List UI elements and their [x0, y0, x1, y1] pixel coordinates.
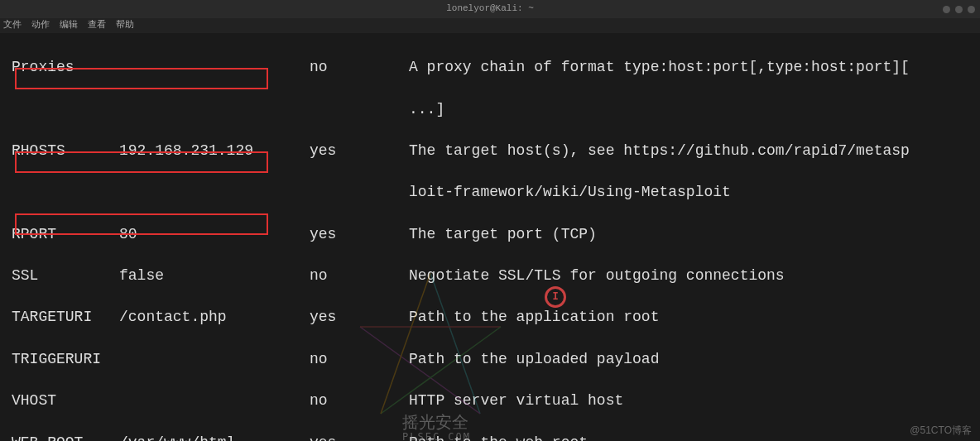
opt-desc: Negotiate SSL/TLS for outgoing connectio…	[409, 266, 785, 286]
option-row: ProxiesnoA proxy chain of format type:ho…	[12, 57, 968, 78]
menu-help[interactable]: 帮助	[116, 19, 134, 31]
opt-required: no	[310, 57, 409, 78]
window-titlebar: lonelyor@Kali: ~	[0, 0, 980, 18]
minimize-button[interactable]	[943, 6, 950, 13]
menu-edit[interactable]: 编辑	[60, 19, 78, 31]
opt-required: yes	[310, 307, 409, 328]
opt-desc: ...]	[409, 99, 444, 120]
option-row: SSLfalsenoNegotiate SSL/TLS for outgoing…	[12, 266, 968, 286]
opt-name: WEB_ROOT	[12, 433, 119, 441]
menu-file[interactable]: 文件	[3, 19, 22, 31]
opt-setting: 80	[119, 224, 310, 245]
opt-desc: loit-framework/wiki/Using-Metasploit	[409, 182, 731, 203]
opt-name: Proxies	[12, 57, 119, 78]
opt-name: SSL	[12, 266, 119, 286]
option-row: loit-framework/wiki/Using-Metasploit	[12, 182, 968, 203]
opt-name: RPORT	[12, 224, 119, 245]
opt-required: yes	[310, 433, 409, 441]
window-title: lonelyor@Kali: ~	[446, 2, 534, 15]
opt-required: no	[310, 349, 409, 370]
credit-text: @51CTO博客	[910, 424, 972, 438]
opt-required: no	[310, 391, 409, 411]
close-button[interactable]	[968, 6, 975, 13]
terminal-output[interactable]: ProxiesnoA proxy chain of format type:ho…	[0, 33, 980, 441]
opt-desc: Path to the application root	[409, 307, 659, 328]
opt-desc: Path to the web root	[409, 433, 588, 441]
opt-name: TRIGGERURI	[12, 349, 119, 370]
opt-desc: The target port (TCP)	[409, 224, 597, 245]
opt-required: yes	[310, 224, 409, 245]
opt-name: VHOST	[12, 391, 119, 411]
opt-setting	[119, 57, 310, 78]
opt-name: RHOSTS	[12, 141, 119, 161]
opt-setting	[119, 349, 310, 370]
option-row: WEB_ROOT/var/www/htmlyesPath to the web …	[12, 433, 968, 441]
opt-setting: /contact.php	[119, 307, 310, 328]
option-row: ...]	[12, 99, 968, 120]
opt-name: TARGETURI	[12, 307, 119, 328]
opt-setting: false	[119, 266, 310, 286]
option-row: RHOSTS192.168.231.129yesThe target host(…	[12, 141, 968, 161]
menubar: 文件 动作 编辑 查看 帮助	[0, 18, 980, 33]
opt-desc: Path to the uploaded payload	[409, 349, 659, 370]
opt-required: no	[310, 266, 409, 286]
opt-setting	[119, 391, 310, 411]
option-row: RPORT80yesThe target port (TCP)	[12, 224, 968, 245]
opt-desc: A proxy chain of format type:host:port[,…	[409, 57, 910, 78]
opt-desc: The target host(s), see https://github.c…	[409, 141, 910, 161]
menu-view[interactable]: 查看	[88, 19, 106, 31]
opt-setting: 192.168.231.129	[119, 141, 310, 161]
option-row: TARGETURI/contact.phpyesPath to the appl…	[12, 307, 968, 328]
opt-desc: HTTP server virtual host	[409, 391, 623, 411]
option-row: TRIGGERURInoPath to the uploaded payload	[12, 349, 968, 370]
maximize-button[interactable]	[955, 6, 963, 13]
menu-action[interactable]: 动作	[31, 19, 50, 31]
opt-required: yes	[310, 141, 409, 161]
opt-setting: /var/www/html	[119, 433, 310, 441]
option-row: VHOSTnoHTTP server virtual host	[12, 391, 968, 411]
window-controls	[943, 6, 975, 13]
